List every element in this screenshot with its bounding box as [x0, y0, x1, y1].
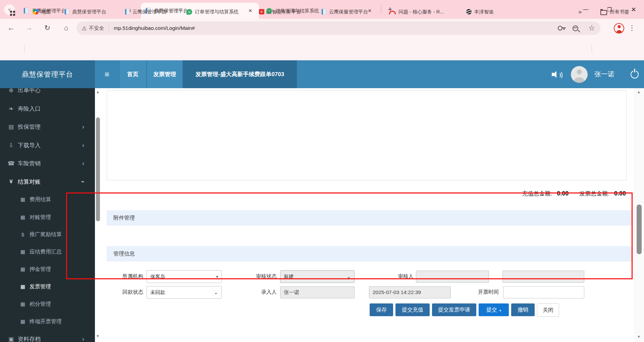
scroll-down-icon[interactable]: ▼: [637, 335, 641, 339]
page-scrollbar-thumb[interactable]: [637, 205, 642, 254]
leaf-icon: ❧: [7, 105, 15, 112]
url-text[interactable]: mp.51dinghuibao.com/Login/Main#: [114, 25, 558, 31]
payback-status-label: 回款状态: [116, 286, 143, 298]
order-system-icon: v: [186, 9, 192, 15]
sidebar-item-download-import[interactable]: ⇩ 下载导入 ›: [0, 138, 95, 153]
sidebar-item-issue-center[interactable]: ⊕ 出单中心: [0, 88, 95, 98]
tab-search-button[interactable]: ˅: [4, 4, 15, 15]
payback-status-select[interactable]: 未回款 ⌄: [147, 286, 222, 299]
submit-dropdown-button[interactable]: 提交 ▴: [479, 303, 509, 316]
sidebar-item-life-insurance[interactable]: ❧ 寿险入口: [0, 101, 95, 116]
audit-status-select[interactable]: 新建 ⌄: [280, 270, 355, 283]
invoice-time-input[interactable]: [503, 286, 584, 298]
bookmark-yunzhineng[interactable]: ✕ 云智能车务平台: [259, 0, 301, 23]
grid-icon: ▦: [18, 319, 27, 325]
book-icon: ▣: [7, 336, 15, 342]
user-avatar[interactable]: [571, 66, 588, 83]
nav-invoice-management[interactable]: 发票管理: [147, 60, 183, 88]
sidebar-item-invoice-management[interactable]: ▦ 发票管理: [0, 279, 95, 294]
document-icon: [125, 9, 130, 15]
download-icon: ⇩: [7, 142, 15, 149]
entry-person-input[interactable]: 张一诺: [280, 286, 355, 298]
password-key-icon[interactable]: [558, 26, 562, 31]
chevron-right-icon: ›: [82, 335, 84, 342]
sidebar-item-auto-marketing[interactable]: ☎ 车险营销 ›: [0, 156, 95, 171]
folder-icon: [600, 10, 607, 15]
bookmarks-divider: [24, 45, 24, 53]
org-select[interactable]: 保客岛 ▾: [147, 270, 222, 283]
bookmarks-divider: [592, 45, 592, 53]
bookmark-fengze[interactable]: 丰泽智途: [466, 0, 494, 23]
bookmark-yunyingbao[interactable]: 云鹰保管理平台: [125, 0, 167, 23]
sidebar-scrollbar-thumb[interactable]: [96, 117, 100, 221]
profile-avatar-icon: [614, 23, 624, 34]
red-arc-icon: [389, 11, 396, 14]
tab-close-icon[interactable]: ✕: [246, 7, 254, 15]
nav-home[interactable]: 首页: [119, 60, 147, 88]
bookmark-label: 订单管理与结算系统: [195, 9, 239, 15]
sound-button[interactable]: [552, 60, 562, 88]
bookmarks-bar: [0, 37, 644, 60]
revoke-button[interactable]: 撤销: [511, 303, 535, 316]
sidebar-item-points[interactable]: ▦ 积分管理: [0, 297, 95, 311]
profile-avatar[interactable]: [614, 23, 624, 34]
invoice-total-label: 发票总金额:: [579, 190, 609, 197]
power-icon: [631, 70, 639, 78]
select-arrow-icon: ⌄: [214, 289, 218, 295]
sidebar-item-reconciliation[interactable]: ▦ 对账管理: [0, 210, 95, 225]
sidebar-item-payable-summary[interactable]: ▦ 应结费用汇总: [0, 244, 95, 259]
sidebar-item-policy-management[interactable]: ▤ 投保管理 ›: [0, 119, 95, 134]
zoom-out-icon[interactable]: [573, 25, 578, 31]
chevron-right-icon: ›: [82, 141, 84, 149]
browser-window: ˅ 云鹰保管理平台 ✕ 鼎慧保管理平台 ✕ v 订单管理与结算系统 ✕ + — …: [0, 0, 644, 342]
tab-separator: [381, 5, 381, 14]
auditor-label: 审核人: [393, 270, 414, 282]
nav-active-page-tab[interactable]: 发票管理-盛大高新手续费跟单0703: [183, 60, 297, 88]
bookmark-issues[interactable]: 问题 - 核心服务 - R...: [389, 0, 444, 23]
bookmark-label: 云鹰保管理平台: [132, 9, 167, 15]
recharge-total-label: 充值总金额:: [522, 190, 552, 197]
address-bar[interactable]: ⚠ 不安全 mp.51dinghuibao.com/Login/Main# ☆: [76, 21, 600, 35]
bookmark-label: 云鹰保服管理平台: [329, 9, 368, 15]
chevron-right-icon: ›: [82, 123, 84, 130]
bookmark-label: 云智能车务平台: [267, 9, 301, 15]
apps-grid-icon[interactable]: [10, 0, 12, 23]
bookmark-order-system[interactable]: v 订单管理与结算系统: [186, 0, 239, 23]
sidebar-item-deposit[interactable]: ▦ 押金管理: [0, 262, 95, 277]
bookmark-star-icon[interactable]: ☆: [588, 24, 595, 33]
sidebar-item-settlement[interactable]: ¥ 结算对账 ›: [0, 174, 95, 189]
scroll-up-icon[interactable]: ▲: [96, 90, 100, 94]
bookmark-dinghuibao[interactable]: 鼎慧保管理平台: [64, 0, 106, 23]
auditor-input[interactable]: [416, 271, 489, 283]
document-icon: [64, 9, 69, 15]
not-secure-label[interactable]: 不安全: [89, 25, 104, 32]
select-arrow-icon: ⌄: [346, 274, 351, 280]
scroll-up-icon[interactable]: ▲: [637, 90, 641, 94]
logout-button[interactable]: [631, 60, 639, 88]
all-bookmarks-button[interactable]: 所有书签: [600, 0, 629, 23]
chevron-right-icon: ›: [82, 160, 84, 167]
sidebar-item-archives[interactable]: ▣ 资料存档 ›: [0, 332, 95, 342]
sidebar-item-promo-reward[interactable]: $ 推广奖励结算: [0, 227, 95, 242]
submit-recharge-button[interactable]: 提交充值: [395, 303, 430, 316]
browser-menu-dots-icon[interactable]: ⋮: [629, 21, 635, 35]
sidebar-item-terminal-invoicing[interactable]: ▦ 终端开票管理: [0, 314, 95, 329]
bookmarks-overflow-chevron[interactable]: »: [578, 0, 582, 23]
bookmark-map[interactable]: 地图: [33, 0, 51, 23]
save-button[interactable]: 保存: [370, 303, 393, 316]
totals-row: 充值总金额: 0.00 发票总金额: 0.00: [522, 190, 626, 197]
username-label[interactable]: 张一诺: [594, 60, 614, 88]
close-button[interactable]: 关闭: [537, 303, 559, 317]
scroll-down-icon[interactable]: ▼: [96, 334, 100, 338]
speaker-icon: [552, 70, 562, 78]
bookmark-label: 地图: [41, 9, 51, 15]
audit-time-input[interactable]: [502, 271, 584, 283]
invoice-total-value: 0.00: [614, 190, 626, 197]
bookmark-label: 问题 - 核心服务 - R...: [398, 9, 444, 15]
bookmark-yunyingbaofu[interactable]: 云鹰保服管理平台: [321, 0, 368, 23]
menu-toggle-icon[interactable]: ≡: [95, 60, 119, 88]
grid-icon: ▦: [18, 266, 27, 272]
sidebar-item-fee-settlement[interactable]: ▦ 费用结算: [0, 192, 95, 207]
submit-invoice-button[interactable]: 提交发票申请: [432, 303, 476, 316]
entry-time-input[interactable]: 2025-07-03 14:22:39: [369, 286, 451, 298]
